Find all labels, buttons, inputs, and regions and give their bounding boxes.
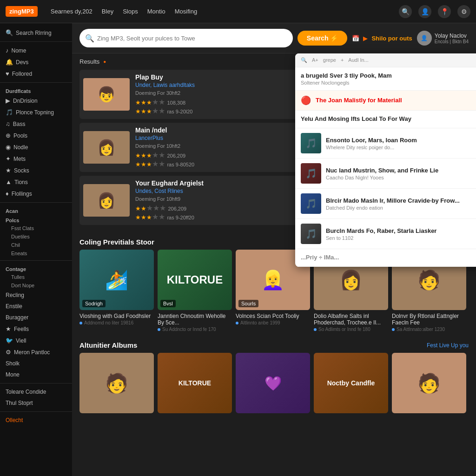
search-button[interactable]: Search ⚡ (298, 31, 348, 46)
album-grid: 🧑 KILTORUE 💜 Noctby Candfle (79, 353, 469, 416)
sidebar-mone[interactable]: Mone (0, 369, 72, 380)
sidebar-dort-nope[interactable]: Dort Nope (0, 281, 72, 290)
dropdown-header: 🔍 A+ grepe + Audl In... (295, 53, 476, 67)
artist-sub-1: Su Addncto or Innd fe 170 (162, 327, 216, 332)
artist-title-3: Dolio Albafine Salts inl Phoderchad, Tro… (314, 313, 388, 326)
bass-icon: ♫ (6, 120, 10, 127)
nav-link-3[interactable]: Montio (147, 8, 165, 15)
search-input-wrap[interactable]: 🔍 (79, 29, 293, 47)
logo[interactable]: zingMP3 (6, 6, 38, 17)
search-nav-icon[interactable]: 🔍 (399, 5, 412, 18)
album-img-3: Noctby Candfle (314, 353, 388, 413)
sidebar-recling[interactable]: Recling (0, 290, 72, 301)
nav-icons: 🔍 👤 📍 ⚙ (399, 5, 470, 18)
artist-card-0[interactable]: 🏄 Sodrigh Vioshing with Gad Foodhsler Ad… (79, 250, 154, 332)
dropdown-item-4[interactable]: 🎵 Nuc land Mustrin, Show, and Frinke Lie… (295, 159, 476, 189)
sidebar-pools[interactable]: ⊕ Pools (0, 130, 72, 141)
dropdown-item-5[interactable]: 🎵 Blrcir Mado Masln Ir, Millore Cravide·… (295, 189, 476, 219)
nav-link-1[interactable]: Bley (102, 8, 113, 15)
sidebar-tulles[interactable]: Tulles (0, 273, 72, 281)
sidebar-bass[interactable]: ♫ Bass (0, 118, 72, 130)
album-card-2[interactable]: 💜 (236, 353, 310, 416)
sidebar-enstile[interactable]: Enstile (0, 301, 72, 312)
sidebar-item-devs[interactable]: 🔔 Devs (0, 56, 72, 68)
dropdown-overlay: 🔍 A+ grepe + Audl In... a brugeld Sver 3… (295, 53, 476, 267)
album-card-3[interactable]: Noctby Candfle (314, 353, 388, 416)
sidebar-ollecht[interactable]: Ollecht (0, 415, 72, 426)
sidebar-sholk[interactable]: Sholk (0, 358, 72, 369)
dropdown-title-6: Burcln Mards Fo, Raber, Starla Liasker (326, 227, 476, 234)
buragger-label: Buragger (6, 314, 28, 321)
sidebar-tions[interactable]: ▲ Tions (0, 176, 72, 188)
album-card-1[interactable]: KILTORUE (158, 353, 232, 416)
sidebar-divider-2 (0, 82, 72, 83)
viell-label: Viell (16, 337, 26, 344)
sidebar-nodle[interactable]: ◉ Nodle (0, 141, 72, 153)
dropdown-title-5: Blrcir Mado Masln Ir, Millore Cravide·by… (326, 197, 476, 204)
album-img-1: KILTORUE (158, 353, 232, 413)
filter-icon: 🔍 (6, 29, 13, 36)
dropdown-item-1[interactable]: 🔴 The Joan Malistly for Materiall (295, 91, 476, 111)
results-label: Results (79, 58, 99, 65)
artist-meta-4: Sa Attlnnato:alber 1230 (392, 327, 466, 332)
sidebar-item-follored[interactable]: ♥ Follored (0, 68, 72, 79)
artist-meta-3: So Adlimts or Innd fe 180 (314, 327, 388, 332)
user-icon[interactable]: 👤 (418, 5, 431, 18)
nav-link-4[interactable]: Mosifing (175, 8, 197, 15)
sidebar-item-nome[interactable]: ♪ Nome (0, 45, 72, 56)
sidebar-fsst-clats[interactable]: Fsst Clats (0, 224, 72, 232)
nome-label: Nome (12, 47, 26, 54)
album-card-4[interactable]: 🧑 (392, 353, 466, 416)
sidebar-chil[interactable]: Chil (0, 241, 72, 249)
album-img-0: 🧑 (79, 353, 154, 413)
sidebar-thul[interactable]: Thul Stoprt (0, 397, 72, 409)
pools-icon: ⊕ (6, 132, 11, 139)
dropdown-item-7[interactable]: ...Priy ÷ IMa... (295, 249, 476, 267)
albums-section: Altunitier Albums Fest Live Up you 🧑 KIL… (72, 341, 476, 421)
sidebar-dndivision[interactable]: ▶ DnDrision (0, 95, 72, 106)
top-badge[interactable]: Shilo por outs (371, 35, 412, 42)
dropdown-item-6[interactable]: 🎵 Burcln Mards Fo, Raber, Starla Liasker… (295, 219, 476, 249)
result-thumb-1: 👩 (83, 131, 130, 164)
dropdown-title-2: Yelu And Mosing Ifts Local To For Way (301, 115, 476, 122)
meron-label: Meron Pantloc (14, 349, 50, 356)
nav-link-0[interactable]: Searnes dy,202 (51, 8, 93, 15)
ollecht-label: Ollecht (6, 417, 23, 423)
dropdown-item-2[interactable]: Yelu And Mosing Ifts Local To For Way (295, 111, 476, 128)
sidebar-plonce[interactable]: 🎵 Plonce Topning (0, 106, 72, 118)
sidebar-filter[interactable]: 🔍 Search Rlrring (0, 27, 72, 39)
thul-label: Thul Stoprt (6, 400, 33, 406)
result-thumb-2: 👩 (83, 184, 130, 217)
dropdown-item-0[interactable]: a brugeld Sver 3 tliy Pook, Mam Soltener… (295, 67, 476, 91)
dropdown-text-4: Nuc land Mustrin, Show, and Frinke Lie C… (326, 167, 476, 180)
sidebar-viell[interactable]: 🐦 Viell (0, 335, 72, 346)
dropdown-header-b: grepe (323, 57, 336, 63)
dropdown-header-a: A+ (312, 57, 318, 63)
albums-section-link[interactable]: Fest Live Up you (427, 342, 469, 349)
meron-icon: ⚙ (6, 349, 11, 356)
artists-section-title: Coling Previtials Stoor (79, 238, 154, 246)
socks-icon: ★ (6, 167, 11, 174)
sidebar-mets[interactable]: ✦ Mets (0, 153, 72, 165)
dropdown-item-3[interactable]: 🎵 Ensonto Loor, Mars, Ioan Room Whelere … (295, 128, 476, 159)
sidebar-meron[interactable]: ⚙ Meron Pantloc (0, 346, 72, 358)
dropdown-thumb-5: 🎵 (301, 193, 321, 214)
settings-icon[interactable]: ⚙ (457, 5, 470, 18)
toleare-label: Toleare Condide (6, 389, 46, 395)
album-card-0[interactable]: 🧑 (79, 353, 154, 416)
sidebar-duetiles[interactable]: Duetiles (0, 232, 72, 241)
dropdown-header-zoom: 🔍 (301, 57, 307, 63)
location-icon[interactable]: 📍 (438, 5, 451, 18)
sidebar-eneats[interactable]: Eneats (0, 249, 72, 258)
user-info[interactable]: 👤 Yolay Naclov Encols | Bktn B4 (417, 31, 469, 46)
artist-card-1[interactable]: KILTORUE Bvsl Janntien Chnoutim Weholle … (158, 250, 232, 332)
artist-title-2: Volnces Scian Pcot Tooliy (236, 313, 310, 319)
sidebar-flollings[interactable]: ♦ Flollings (0, 188, 72, 199)
sidebar-socks[interactable]: ★ Socks (0, 165, 72, 176)
nav-link-2[interactable]: Slops (123, 8, 138, 15)
sidebar-buragger[interactable]: Buragger (0, 312, 72, 323)
search-input[interactable] (97, 35, 287, 42)
sidebar-feells[interactable]: ★ Feells (0, 323, 72, 335)
dropdown-red-icon: 🔴 (301, 95, 311, 106)
sidebar-toleare[interactable]: Toleare Condide (0, 386, 72, 397)
